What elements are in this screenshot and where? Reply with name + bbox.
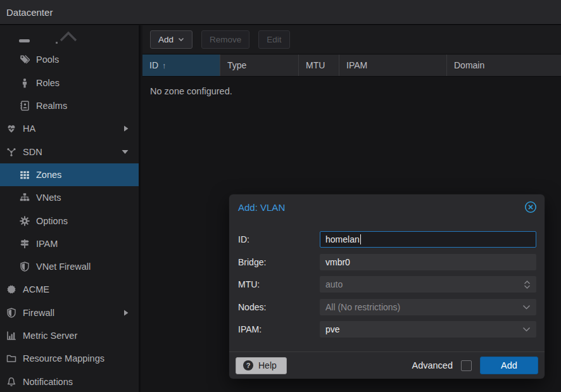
cut-off-icon bbox=[19, 39, 30, 42]
form-row-id: ID: homelan bbox=[238, 231, 536, 248]
cut-off-text-fragment bbox=[56, 42, 58, 44]
table-header-row: ID ↑ Type MTU IPAM Domain bbox=[142, 54, 561, 77]
sidebar-item-ha[interactable]: HA bbox=[0, 117, 139, 140]
add-button-label: Add bbox=[158, 35, 173, 44]
column-header-label: IPAM bbox=[346, 60, 367, 70]
chevron-down-icon bbox=[522, 327, 531, 332]
ipam-field-label: IPAM: bbox=[238, 324, 320, 334]
spinner-down-icon[interactable] bbox=[524, 285, 531, 289]
column-header-label: MTU bbox=[306, 60, 325, 70]
sidebar-item-label: Metric Server bbox=[23, 331, 77, 341]
id-field-value: homelan bbox=[325, 234, 360, 244]
chevron-down-icon[interactable] bbox=[122, 149, 129, 155]
table-body: No zone configured. bbox=[142, 77, 561, 106]
partially-visible-item[interactable] bbox=[0, 25, 139, 48]
sidebar-item-label: VNets bbox=[36, 193, 61, 203]
sidebar-item-label: Firewall bbox=[23, 308, 54, 318]
sidebar-item-firewall[interactable]: Firewall bbox=[0, 301, 139, 324]
sidebar-item-ipam[interactable]: IPAM bbox=[0, 232, 139, 255]
column-header-domain[interactable]: Domain bbox=[447, 54, 561, 76]
heartbeat-icon bbox=[6, 123, 16, 134]
column-header-type[interactable]: Type bbox=[220, 54, 299, 76]
gear-icon bbox=[20, 216, 30, 226]
form-row-mtu: MTU: auto bbox=[238, 276, 536, 293]
sidebar-item-label: Resource Mappings bbox=[23, 353, 104, 364]
help-button-label: Help bbox=[258, 360, 277, 370]
sidebar-item-label: Notifications bbox=[23, 377, 73, 387]
chevron-right-icon[interactable] bbox=[123, 125, 129, 132]
bridge-field-value: vmbr0 bbox=[325, 257, 350, 267]
id-field[interactable]: homelan bbox=[320, 231, 536, 248]
submit-add-button-label: Add bbox=[501, 360, 517, 370]
select-arrow[interactable] bbox=[522, 327, 531, 332]
advanced-checkbox[interactable] bbox=[461, 360, 472, 371]
page-title: Datacenter bbox=[6, 7, 53, 18]
shield-icon bbox=[6, 308, 16, 318]
sidebar-item-roles[interactable]: Roles bbox=[0, 72, 139, 94]
sidebar-item-notifications[interactable]: Notifications bbox=[0, 370, 139, 392]
sidebar-item-sdn[interactable]: SDN bbox=[0, 140, 139, 163]
text-cursor bbox=[360, 234, 361, 244]
sidebar-item-metric-server[interactable]: Metric Server bbox=[0, 324, 139, 347]
sidebar-item-resource-mappings[interactable]: Resource Mappings bbox=[0, 347, 139, 370]
sidebar-item-realms[interactable]: Realms bbox=[0, 94, 139, 117]
ipam-select[interactable]: pve bbox=[320, 321, 536, 338]
sidebar-tree: Pools Roles Realms HA SDN Zones VNets Op… bbox=[0, 25, 141, 392]
submit-add-button[interactable]: Add bbox=[480, 357, 538, 374]
mtu-spinner[interactable]: auto bbox=[320, 276, 536, 293]
help-button[interactable]: ? Help bbox=[236, 357, 287, 374]
column-header-mtu[interactable]: MTU bbox=[299, 54, 339, 76]
ipam-field-value: pve bbox=[325, 324, 340, 334]
remove-button[interactable]: Remove bbox=[201, 30, 249, 49]
bell-icon bbox=[6, 377, 16, 387]
bridge-field-label: Bridge: bbox=[238, 257, 320, 267]
select-arrow[interactable] bbox=[522, 305, 531, 310]
network-nodes-icon bbox=[6, 147, 16, 157]
sidebar-item-options[interactable]: Options bbox=[0, 209, 139, 232]
sidebar-item-label: VNet Firewall bbox=[36, 262, 91, 272]
empty-table-message: No zone configured. bbox=[150, 86, 232, 96]
nodes-field-value: All (No restrictions) bbox=[325, 302, 400, 312]
column-header-ipam[interactable]: IPAM bbox=[339, 54, 447, 76]
remove-button-label: Remove bbox=[210, 35, 241, 44]
chevron-down-icon bbox=[178, 37, 184, 42]
edit-button[interactable]: Edit bbox=[258, 30, 289, 49]
sidebar-item-label: Roles bbox=[36, 78, 60, 88]
chevron-up-icon bbox=[60, 31, 77, 42]
sidebar-item-vnets[interactable]: VNets bbox=[0, 186, 139, 209]
column-header-label: ID bbox=[149, 60, 158, 70]
spinner-up-icon[interactable] bbox=[524, 281, 531, 284]
close-icon[interactable] bbox=[524, 201, 537, 213]
bar-chart-icon bbox=[6, 331, 16, 341]
grid-icon bbox=[20, 170, 30, 180]
dialog-header[interactable]: Add: VLAN bbox=[229, 194, 545, 220]
edit-button-label: Edit bbox=[267, 35, 281, 44]
sidebar-item-zones[interactable]: Zones bbox=[0, 163, 139, 186]
sidebar-item-label: IPAM bbox=[36, 239, 58, 249]
column-header-label: Type bbox=[227, 60, 246, 70]
chevron-down-icon bbox=[522, 305, 531, 310]
spinner-arrows[interactable] bbox=[524, 281, 531, 289]
sidebar-item-label: Pools bbox=[36, 54, 59, 65]
shield-icon bbox=[20, 262, 30, 272]
dialog-title: Add: VLAN bbox=[238, 202, 524, 213]
mtu-field-value: auto bbox=[325, 279, 343, 289]
sidebar-item-pools[interactable]: Pools bbox=[0, 48, 139, 71]
sidebar-item-label: SDN bbox=[23, 147, 42, 157]
nodes-select[interactable]: All (No restrictions) bbox=[320, 299, 536, 315]
sidebar-item-label: Realms bbox=[36, 101, 67, 111]
add-button[interactable]: Add bbox=[150, 30, 192, 49]
sitemap-icon bbox=[20, 193, 30, 203]
mtu-field-label: MTU: bbox=[238, 279, 320, 289]
column-header-id[interactable]: ID ↑ bbox=[142, 54, 220, 76]
sidebar-item-vnet-firewall[interactable]: VNet Firewall bbox=[0, 255, 139, 278]
bridge-field[interactable]: vmbr0 bbox=[320, 254, 536, 270]
chevron-right-icon[interactable] bbox=[123, 310, 129, 316]
address-book-icon bbox=[20, 101, 30, 111]
folder-icon bbox=[6, 353, 16, 364]
form-row-bridge: Bridge: vmbr0 bbox=[238, 254, 536, 270]
question-mark-icon: ? bbox=[243, 360, 253, 370]
sidebar-item-acme[interactable]: ACME bbox=[0, 278, 139, 301]
tags-icon bbox=[20, 54, 30, 65]
form-row-ipam: IPAM: pve bbox=[238, 321, 536, 338]
